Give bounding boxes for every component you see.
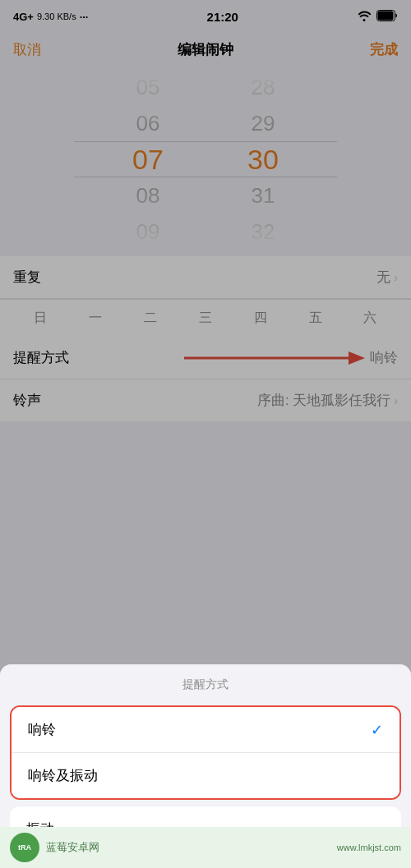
option-ring-vibrate-label: 响铃及振动 [28,766,98,785]
watermark: tRA 蓝莓安卓网 www.lmkjst.com [0,827,411,868]
watermark-logo: tRA [10,833,39,862]
watermark-url: www.lmkjst.com [337,843,401,852]
modal-backdrop[interactable]: 提醒方式 响铃 ✓ 响铃及振动 振动 [0,0,411,868]
sheet-title: 提醒方式 [0,664,411,705]
watermark-logo-text: tRA [18,843,31,852]
option-ring[interactable]: 响铃 ✓ [12,707,399,753]
checkmark-icon: ✓ [371,721,383,739]
sheet-options-bordered: 响铃 ✓ 响铃及振动 [10,705,401,800]
watermark-brand: 蓝莓安卓网 [46,840,99,855]
option-ring-vibrate[interactable]: 响铃及振动 [12,753,399,798]
option-ring-label: 响铃 [28,720,56,739]
